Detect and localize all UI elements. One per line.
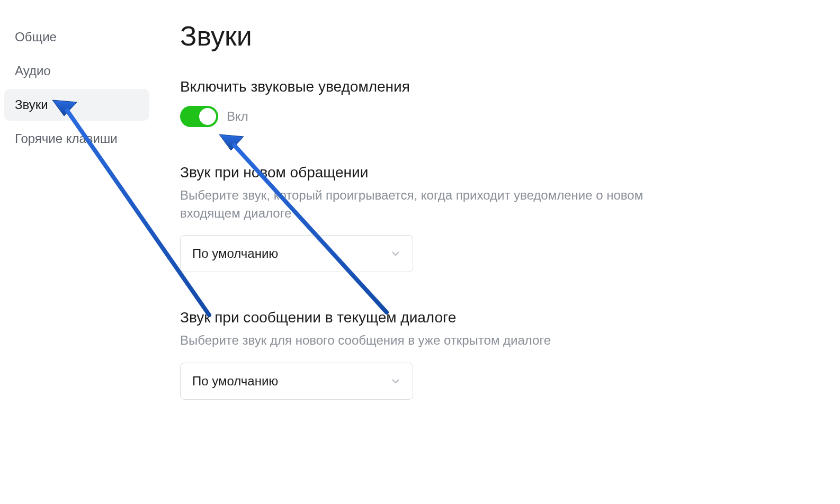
select-value: По умолчанию [192, 374, 278, 389]
section-new-request-title: Звук при новом обращении [180, 164, 662, 181]
section-new-request: Звук при новом обращении Выберите звук, … [180, 164, 662, 272]
page-title: Звуки [180, 20, 662, 52]
new-request-sound-select[interactable]: По умолчанию [180, 235, 413, 272]
chevron-down-icon [390, 248, 401, 259]
toggle-handle [199, 108, 216, 125]
select-value: По умолчанию [192, 246, 278, 261]
notifications-toggle[interactable] [180, 106, 218, 127]
section-current-dialog-desc: Выберите звук для нового сообщения в уже… [180, 331, 662, 349]
main-content: Звуки Включить звуковые уведомления Вкл … [154, 11, 683, 437]
toggle-row: Вкл [180, 106, 662, 127]
section-current-dialog-title: Звук при сообщении в текущем диалоге [180, 309, 662, 326]
sidebar-item-general[interactable]: Общие [4, 21, 149, 53]
section-current-dialog: Звук при сообщении в текущем диалоге Выб… [180, 309, 662, 400]
sidebar-item-sounds[interactable]: Звуки [4, 89, 149, 121]
sidebar: Общие Аудио Звуки Горячие клавиши [0, 11, 154, 437]
toggle-state-label: Вкл [227, 109, 248, 124]
section-notifications: Включить звуковые уведомления Вкл [180, 78, 662, 127]
sidebar-item-hotkeys[interactable]: Горячие клавиши [4, 123, 149, 155]
sidebar-item-audio[interactable]: Аудио [4, 55, 149, 87]
section-new-request-desc: Выберите звук, который проигрывается, ко… [180, 186, 662, 222]
section-notifications-title: Включить звуковые уведомления [180, 78, 662, 95]
chevron-down-icon [390, 376, 401, 386]
current-dialog-sound-select[interactable]: По умолчанию [180, 363, 413, 400]
